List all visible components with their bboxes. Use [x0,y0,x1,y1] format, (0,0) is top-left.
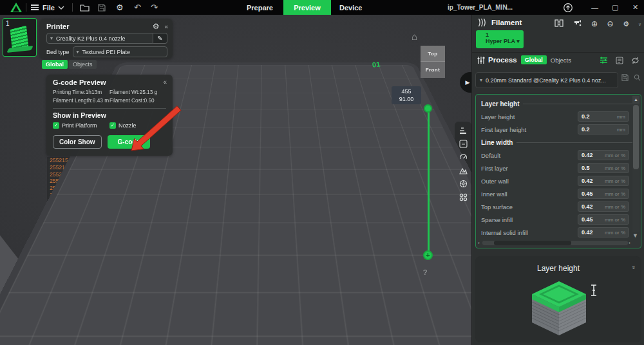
maximize-button[interactable]: ▢ [612,0,618,15]
save-project-button[interactable] [98,0,106,15]
layer-slider-track[interactable] [428,108,430,255]
layer-slider-bottom-handle[interactable]: + [423,250,433,260]
horizontal-scroll-thumb[interactable] [494,241,571,245]
settings-button[interactable]: ⚙ [116,0,124,15]
playback-slider-track[interactable] [202,328,310,330]
send-print-button[interactable]: Send print [372,320,439,338]
search-preset-icon[interactable] [634,74,641,82]
slice-plate-button[interactable]: Slice plate [372,295,439,312]
feature-type-mode-icon[interactable] [459,193,468,201]
gcode-line[interactable]: 255229;TIME_ELAPSED:4355.715332 [47,254,173,261]
gcode-line[interactable]: 255230 [47,261,173,268]
add-filament-icon[interactable]: ⊕ [591,19,598,28]
setting-value-field[interactable]: 0.45mm or % [578,189,629,199]
reset-preset-icon[interactable] [631,55,639,67]
slider-help-icon[interactable]: ? [423,268,427,276]
filament-slot-1[interactable]: 1 Hyper PLA ▾ [476,30,524,48]
filament-settings-gear-icon[interactable]: ⚙ [623,20,629,28]
gcode-button[interactable]: G-code [108,135,150,149]
scroll-right-icon[interactable]: › [629,240,630,246]
gcode-line[interactable]: 255233G1F15000 [47,282,173,289]
close-button[interactable]: ✕ [632,0,638,15]
layer-time-mode-icon[interactable] [459,167,468,174]
edit-printer-button[interactable]: ✎ [153,33,167,44]
speed-mode-icon[interactable] [459,153,468,162]
scroll-up-icon[interactable]: ▲ [632,96,639,104]
cloud-upload-button[interactable] [563,0,573,15]
gcode-line[interactable]: 255222;WIDTH:0.131099 [47,206,173,213]
undo-button[interactable]: ↶ [134,0,141,15]
view-cube-front-face[interactable]: Front [421,62,445,78]
gcode-line[interactable]: 255234G1X138.001 Y175.961 E-.24 [47,289,173,296]
color-show-button[interactable]: Color Show [53,135,102,149]
advanced-tune-icon[interactable] [600,55,608,67]
playback-slider-knob[interactable] [308,326,314,333]
gcode-panel-collapse-icon[interactable]: « [163,79,166,86]
gcode-line[interactable]: 255224G1X138.686 Y176.65 E.00128 [47,219,173,227]
flush-filament-icon[interactable] [573,18,582,30]
stepper-arrows[interactable]: ▲▼ [337,323,342,335]
bed-type-select[interactable]: ▾ Textured PEI Plate [73,46,167,57]
setting-value-field[interactable]: 0.2mm [578,111,629,122]
view-cube-top-face[interactable]: Top [421,46,445,62]
model-temperature-tower[interactable]: 230225220215210205200195190 [189,104,298,204]
setting-value-field[interactable]: 0.45mm or % [578,214,629,225]
filament-sync-icon[interactable] [554,18,564,30]
layer-slider-top-handle[interactable] [424,104,432,113]
plate-grid-mode-icon[interactable] [459,140,468,148]
stepper-up-icon[interactable]: ▲ [337,323,342,329]
gcode-line[interactable]: 255223G1F15000 [47,212,173,219]
process-tab-global[interactable]: Global [521,55,547,64]
gcode-line[interactable]: 255227G1F15000 [47,241,173,248]
gcode-line[interactable]: 255239;TYPE:Custom [47,324,173,331]
print-platform-checkbox[interactable]: ✓ Print Platform [53,122,109,129]
gcode-line[interactable]: 255232;WIPE_START [47,275,173,283]
setting-value-field[interactable]: 0.42mm or % [578,176,629,186]
app-logo-icon[interactable] [10,3,22,12]
gcode-line[interactable]: 255241END_PRINT [47,338,173,345]
minimize-button[interactable]: — [591,0,598,15]
process-tab-objects[interactable]: Objects [551,57,571,64]
tab-prepare[interactable]: Prepare [247,0,273,15]
gcode-line[interactable]: 255219G1X138.838 Y176.754 Z91.4 F30000 [47,185,173,192]
scroll-left-icon[interactable]: ‹ [478,240,480,246]
gcode-line[interactable]: 255221G1E.8 F2400 [47,199,173,206]
slice-options-caret-button[interactable]: ^ [442,295,457,312]
gcode-line[interactable]: 255220G1Z91 [47,192,173,199]
printer-settings-gear-icon[interactable]: ⚙ [153,22,160,31]
tab-global[interactable]: Global [42,60,68,69]
vertical-scrollbar[interactable]: ▲ [632,96,639,232]
gcode-line[interactable]: 255218;WIPE_END [47,178,173,185]
gcode-line-list[interactable]: 255215;WIPE_START255216G1F15000255217G1X… [47,157,173,345]
process-preset-select[interactable]: ▾ 0.20mm Standard @Creality K2 Plus 0.4 … [475,72,618,88]
fan-speed-mode-icon[interactable] [459,180,468,188]
gcode-line[interactable]: 255231G1E-.56 F2400 [47,268,173,275]
layer-stack-icon[interactable] [349,323,361,337]
tab-objects[interactable]: Objects [69,60,97,69]
gcode-line[interactable]: 255240; filament end gcode [47,331,173,338]
view-cube[interactable]: Top Front [421,46,445,78]
gcode-line[interactable]: 255238M106P2 S0 [47,317,173,324]
plate-thumbnail[interactable]: 1 [3,18,37,57]
gcode-line[interactable]: 255215;WIPE_START [47,157,173,164]
horizontal-scrollbar[interactable] [482,241,628,245]
line-width-mode-icon[interactable] [459,127,468,135]
gcode-line[interactable]: 255217G1X141.232 Y173.918 E-.24 [47,171,173,178]
more-settings-chevron-icon[interactable]: ▼ [632,232,638,239]
send-options-caret-button[interactable]: ^ [442,320,457,338]
stepper-down-icon[interactable]: ▼ [337,329,342,335]
save-preset-icon[interactable] [621,74,629,82]
parameter-list-icon[interactable] [616,55,623,67]
play-button[interactable] [182,321,197,337]
tab-preview[interactable]: Preview [283,0,331,15]
setting-value-field[interactable]: 0.5mm or % [578,163,629,173]
gcode-line[interactable]: 255228G3X137.885 Y175.813 I1.098 J-.977 … [47,247,173,254]
setting-value-field[interactable]: 0.42mm or % [578,150,629,160]
file-menu[interactable]: File [31,0,55,15]
setting-value-field[interactable]: 0.2mm [578,124,629,135]
home-view-icon[interactable]: ⌂ [412,31,417,42]
remove-filament-icon[interactable]: ⊖ [607,19,614,28]
gcode-line[interactable]: 255225G1X138.001 Y175.961 F30000 [47,227,173,234]
setting-value-field[interactable]: 0.42mm or % [578,201,629,212]
line-number-stepper[interactable]: 512 ▲▼ [314,321,345,337]
